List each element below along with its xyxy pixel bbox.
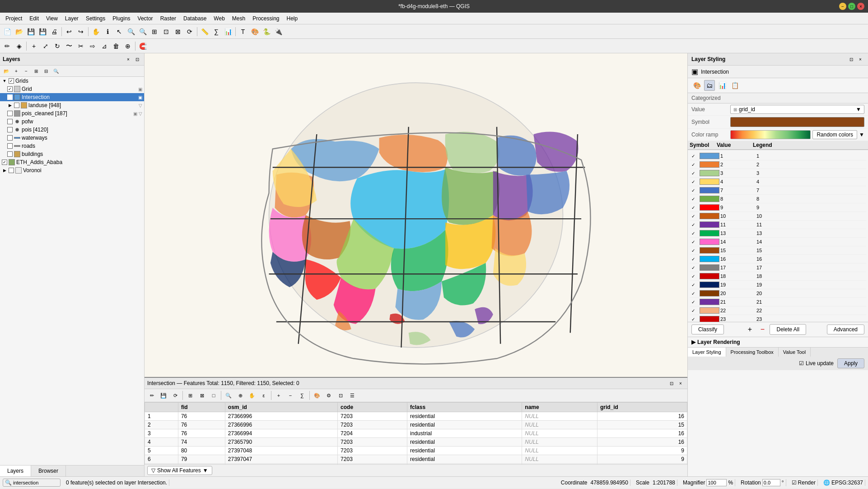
category-checkbox[interactable]: ✓ (691, 274, 699, 279)
filter-sel-button[interactable]: 🔍 (223, 390, 234, 401)
table-row[interactable]: 1 76 27366996 7203 residential NULL 16 (145, 412, 687, 421)
tab-processing[interactable]: Processing Toolbox (726, 348, 779, 357)
python-button[interactable]: 🐍 (261, 26, 272, 37)
identify-button[interactable]: ℹ (102, 26, 113, 37)
col-rownum[interactable] (145, 403, 178, 412)
category-row[interactable]: ✓ 2 2 (690, 160, 866, 169)
col-code[interactable]: code (338, 403, 407, 412)
waterways-checkbox[interactable] (7, 135, 13, 141)
simplify-button[interactable]: 〜 (64, 41, 75, 52)
category-row[interactable]: ✓ 7 7 (690, 186, 866, 195)
deselect-button[interactable]: □ (208, 390, 219, 401)
category-row[interactable]: ✓ 21 21 (690, 298, 866, 306)
category-checkbox[interactable]: ✓ (691, 205, 699, 210)
single-symbol-button[interactable]: 🎨 (691, 80, 702, 91)
layer-pois[interactable]: pois [4120] (0, 126, 144, 134)
category-checkbox[interactable]: ✓ (691, 179, 699, 184)
collapse-all-button[interactable]: ⊟ (42, 66, 51, 75)
category-checkbox[interactable]: ✓ (691, 300, 699, 305)
grids-checkbox[interactable] (9, 78, 14, 84)
category-checkbox[interactable]: ✓ (691, 188, 699, 193)
pofw-checkbox[interactable] (7, 119, 13, 124)
category-checkbox[interactable]: ✓ (691, 214, 699, 219)
menu-layer[interactable]: Layer (61, 14, 82, 23)
category-checkbox[interactable]: ✓ (691, 154, 699, 159)
digitize-button[interactable]: ✏ (2, 41, 13, 52)
category-row[interactable]: ✓ 16 16 (690, 255, 866, 263)
move-feature-button[interactable]: ⤢ (40, 41, 51, 52)
category-checkbox[interactable]: ✓ (691, 240, 699, 244)
conditional-format-button[interactable]: 🎨 (312, 390, 322, 401)
category-checkbox[interactable]: ✓ (691, 197, 699, 202)
category-checkbox[interactable]: ✓ (691, 282, 699, 287)
close-button[interactable]: × (857, 3, 864, 10)
zoom-selection-button[interactable]: ⊠ (173, 26, 183, 37)
del-col-button[interactable]: − (285, 390, 296, 401)
map-area[interactable] (145, 53, 687, 377)
grid-checkbox[interactable] (7, 86, 13, 92)
rotate-button[interactable]: ↻ (52, 41, 63, 52)
col-fid[interactable]: fid (178, 403, 225, 412)
node-button[interactable]: ◈ (14, 41, 24, 52)
symbol-swatch[interactable] (730, 117, 864, 127)
category-row[interactable]: ✓ 22 22 (690, 306, 866, 315)
add-feature-button[interactable]: + (28, 41, 39, 52)
magnifier-input[interactable] (706, 479, 727, 486)
zoom-out-button[interactable]: 🔍 (137, 26, 148, 37)
category-checkbox[interactable]: ✓ (691, 317, 699, 322)
field-calc-button[interactable]: ∑ (211, 26, 222, 37)
color-ramp-swatch[interactable] (730, 130, 811, 139)
category-row[interactable]: ✓ 23 23 (690, 315, 866, 322)
zoom-full-button[interactable]: ⊞ (149, 26, 160, 37)
attr-table-content[interactable]: fid osm_id code fclass name grid_id 1 76… (145, 402, 687, 464)
roads-checkbox[interactable] (7, 143, 13, 149)
minimize-button[interactable]: − (839, 3, 846, 10)
attr-detach-button[interactable]: ⊡ (667, 379, 676, 387)
layer-pofw[interactable]: pofw (0, 118, 144, 126)
menu-mesh[interactable]: Mesh (229, 14, 249, 23)
redo-button[interactable]: ↪ (75, 26, 86, 37)
menu-help[interactable]: Help (283, 14, 302, 23)
layer-eth-addis[interactable]: ETH_Addis_Ababa (0, 158, 144, 166)
menu-project[interactable]: Project (2, 14, 26, 23)
category-checkbox[interactable]: ✓ (691, 291, 699, 296)
layer-grid[interactable]: Grid ▣ (0, 85, 144, 93)
delete-all-button[interactable]: Delete All (770, 324, 806, 335)
category-checkbox[interactable]: ✓ (691, 171, 699, 176)
attr-close-button[interactable]: × (677, 379, 685, 387)
expand-voronoi-icon[interactable]: ▶ (2, 168, 7, 173)
edit-attr-button[interactable]: ✏ (146, 390, 157, 401)
menu-view[interactable]: View (42, 14, 61, 23)
rotation-input[interactable] (762, 479, 780, 486)
render-toggle[interactable]: ☑ Render (790, 480, 818, 486)
refresh-button[interactable]: ⟳ (184, 26, 195, 37)
table-row[interactable]: 5 80 27397048 7203 residential NULL 9 (145, 447, 687, 455)
layer-intersection[interactable]: Intersection ▣ (0, 93, 144, 101)
layers-close-button[interactable]: × (124, 55, 132, 63)
save-attr-button[interactable]: 💾 (158, 390, 169, 401)
category-checkbox[interactable]: ✓ (691, 248, 699, 253)
new-project-button[interactable]: 📄 (2, 26, 13, 37)
categorized-button[interactable]: 🗂 (704, 80, 715, 91)
select-all-button[interactable]: ⊞ (185, 390, 196, 401)
symbol-color-swatch[interactable] (730, 117, 864, 127)
chevron-ramp-icon[interactable]: ▼ (859, 132, 864, 138)
category-checkbox[interactable]: ✓ (691, 308, 699, 313)
category-row[interactable]: ✓ 15 15 (690, 246, 866, 255)
tab-value-tool[interactable]: Value Tool (779, 348, 811, 357)
open-project-button[interactable]: 📂 (14, 26, 24, 37)
expand-landuse-icon[interactable]: ▶ (7, 103, 13, 108)
category-checkbox[interactable]: ✓ (691, 162, 699, 167)
category-row[interactable]: ✓ 18 18 (690, 272, 866, 281)
print-button[interactable]: 🖨 (49, 26, 60, 37)
pois-checkbox[interactable] (7, 127, 13, 132)
category-row[interactable]: ✓ 9 9 (690, 203, 866, 212)
category-row[interactable]: ✓ 19 19 (690, 281, 866, 289)
table-row[interactable]: 6 79 27397047 7203 residential NULL 9 (145, 455, 687, 464)
layer-voronoi[interactable]: ▶ Voronoi (0, 166, 144, 174)
open-layer-button[interactable]: 📂 (2, 66, 11, 75)
merge-button[interactable]: ⊕ (122, 41, 133, 52)
menu-vector[interactable]: Vector (134, 14, 157, 23)
apply-button[interactable]: Apply (837, 358, 864, 368)
tab-layer-styling[interactable]: Layer Styling (688, 348, 726, 357)
